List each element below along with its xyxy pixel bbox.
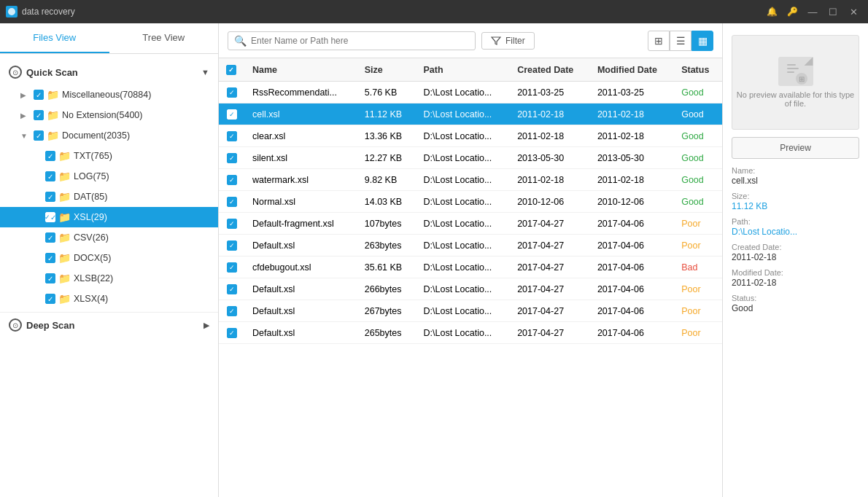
row-checkbox[interactable]: [227, 306, 237, 316]
maximize-btn[interactable]: ☐: [824, 3, 842, 20]
row-checkbox-cell[interactable]: [219, 82, 245, 103]
sidebar-item-misc[interactable]: ▶ 📁 Miscellaneous(70884): [0, 85, 218, 105]
tab-files-view[interactable]: Files View: [0, 23, 109, 53]
table-row[interactable]: Default-fragment.xsl 107bytes D:\Lost Lo…: [219, 213, 722, 235]
col-path: Path: [416, 58, 511, 82]
search-input[interactable]: [251, 36, 469, 46]
cell-created: 2017-04-27: [510, 322, 590, 344]
main-container: Files View Tree View ⊙ Quick Scan ▼ ▶: [0, 23, 868, 497]
row-checkbox-cell[interactable]: [219, 169, 245, 191]
col-modified: Modified Date: [590, 58, 674, 82]
preview-image-box: ⊞ No preview available for this type of …: [732, 35, 859, 130]
cell-modified: 2011-03-25: [590, 82, 674, 103]
row-checkbox-cell[interactable]: [219, 147, 245, 169]
row-checkbox[interactable]: [227, 175, 237, 185]
row-checkbox-cell[interactable]: [219, 300, 245, 322]
checkbox-xlsb[interactable]: [45, 273, 55, 283]
notification-btn[interactable]: 🔔: [763, 3, 780, 20]
row-checkbox[interactable]: [227, 284, 237, 294]
table-row[interactable]: cell.xsl 11.12 KB D:\Lost Locatio... 201…: [219, 103, 722, 125]
sidebar-item-xlsb[interactable]: 📁 XLSB(22): [0, 268, 218, 289]
cell-status: Good: [674, 82, 722, 103]
search-icon: 🔍: [234, 35, 247, 47]
cell-created: 2017-04-27: [510, 278, 590, 300]
checkbox-txt[interactable]: [45, 151, 55, 161]
checkbox-dat[interactable]: [45, 192, 55, 202]
checkbox-noext[interactable]: [34, 110, 44, 120]
row-checkbox[interactable]: [227, 153, 237, 163]
row-checkbox[interactable]: [227, 219, 237, 229]
row-checkbox[interactable]: [227, 197, 237, 207]
checkbox-docx[interactable]: [45, 253, 55, 263]
cell-path: D:\Lost Locatio...: [416, 125, 511, 147]
grid-view-btn[interactable]: ⊞: [648, 31, 670, 51]
row-checkbox[interactable]: [227, 262, 237, 273]
row-checkbox-cell[interactable]: [219, 103, 245, 125]
checkbox-xsl[interactable]: ✓: [45, 212, 55, 222]
row-checkbox[interactable]: [227, 109, 237, 120]
sidebar-item-doc[interactable]: ▼ 📁 Document(2035): [0, 125, 218, 146]
table-row[interactable]: Default.xsl 266bytes D:\Lost Locatio... …: [219, 278, 722, 300]
header-checkbox-cell[interactable]: [219, 58, 245, 82]
row-checkbox-cell[interactable]: [219, 235, 245, 257]
cell-status: Poor: [674, 322, 722, 344]
name-label: Name:: [732, 166, 859, 175]
xlsx-label: XLSX(4): [74, 294, 212, 304]
checkbox-doc[interactable]: [34, 130, 44, 141]
expand-icon: ▼: [20, 132, 31, 140]
row-checkbox-cell[interactable]: [219, 257, 245, 278]
sidebar-item-csv[interactable]: 📁 CSV(26): [0, 227, 218, 248]
expand-icon: ▶: [20, 111, 31, 120]
row-checkbox[interactable]: [227, 240, 237, 251]
preview-button[interactable]: Preview: [732, 137, 859, 159]
sidebar-item-docx[interactable]: 📁 DOCX(5): [0, 248, 218, 268]
sidebar-item-xlsx[interactable]: 📁 XLSX(4): [0, 289, 218, 309]
sidebar-item-dat[interactable]: 📁 DAT(85): [0, 187, 218, 207]
sidebar-item-noext[interactable]: ▶ 📁 No Extension(5400): [0, 105, 218, 125]
table-row[interactable]: Normal.xsl 14.03 KB D:\Lost Locatio... 2…: [219, 191, 722, 213]
docx-label: DOCX(5): [74, 253, 212, 263]
row-checkbox-cell[interactable]: [219, 125, 245, 147]
close-btn[interactable]: ✕: [845, 3, 862, 20]
row-checkbox[interactable]: [227, 328, 237, 338]
checkbox-xlsx[interactable]: [45, 294, 55, 304]
sidebar-item-log[interactable]: 📁 LOG(75): [0, 166, 218, 187]
row-checkbox[interactable]: [227, 131, 237, 141]
filter-button[interactable]: Filter: [481, 32, 535, 50]
table-row[interactable]: clear.xsl 13.36 KB D:\Lost Locatio... 20…: [219, 125, 722, 147]
table-row[interactable]: watermark.xsl 9.82 KB D:\Lost Locatio...…: [219, 169, 722, 191]
cell-created: 2011-02-18: [510, 125, 590, 147]
sidebar-item-txt[interactable]: 📁 TXT(765): [0, 146, 218, 166]
preview-info: Name: cell.xsl Size: 11.12 KB Path: D:\L…: [732, 166, 859, 313]
cell-modified: 2013-05-30: [590, 147, 674, 169]
row-checkbox-cell[interactable]: [219, 278, 245, 300]
table-row[interactable]: cfdebugout.xsl 35.61 KB D:\Lost Locatio.…: [219, 257, 722, 278]
settings-btn[interactable]: 🔑: [783, 3, 801, 20]
folder-icon: 📁: [58, 293, 71, 305]
quick-scan-header[interactable]: ⊙ Quick Scan ▼: [0, 60, 218, 85]
row-checkbox-cell[interactable]: [219, 213, 245, 235]
table-row[interactable]: RssRecommendati... 5.76 KB D:\Lost Locat…: [219, 82, 722, 103]
row-checkbox[interactable]: [227, 87, 237, 98]
checkbox-misc[interactable]: [34, 90, 44, 100]
deep-scan-header[interactable]: ⊙ Deep Scan ▶: [0, 312, 218, 337]
table-row[interactable]: Default.xsl 263bytes D:\Lost Locatio... …: [219, 235, 722, 257]
cell-name: Default.xsl: [245, 278, 357, 300]
sidebar: Files View Tree View ⊙ Quick Scan ▼ ▶: [0, 23, 219, 497]
file-document-icon: ⊞: [781, 58, 810, 85]
detail-view-btn[interactable]: ▦: [691, 31, 713, 51]
header-checkbox[interactable]: [226, 65, 236, 75]
table-row[interactable]: Default.xsl 265bytes D:\Lost Locatio... …: [219, 322, 722, 344]
checkbox-csv[interactable]: [45, 232, 55, 243]
row-checkbox-cell[interactable]: [219, 191, 245, 213]
tab-tree-view[interactable]: Tree View: [109, 23, 219, 53]
checkbox-log[interactable]: [45, 171, 55, 181]
cell-status: Good: [674, 169, 722, 191]
list-view-btn[interactable]: ☰: [670, 31, 691, 51]
table-row[interactable]: Default.xsl 267bytes D:\Lost Locatio... …: [219, 300, 722, 322]
folder-icon: 📁: [58, 211, 71, 223]
sidebar-item-xsl[interactable]: ✓ 📁 XSL(29): [0, 207, 218, 227]
row-checkbox-cell[interactable]: [219, 322, 245, 344]
table-row[interactable]: silent.xsl 12.27 KB D:\Lost Locatio... 2…: [219, 147, 722, 169]
minimize-btn[interactable]: —: [804, 3, 821, 20]
